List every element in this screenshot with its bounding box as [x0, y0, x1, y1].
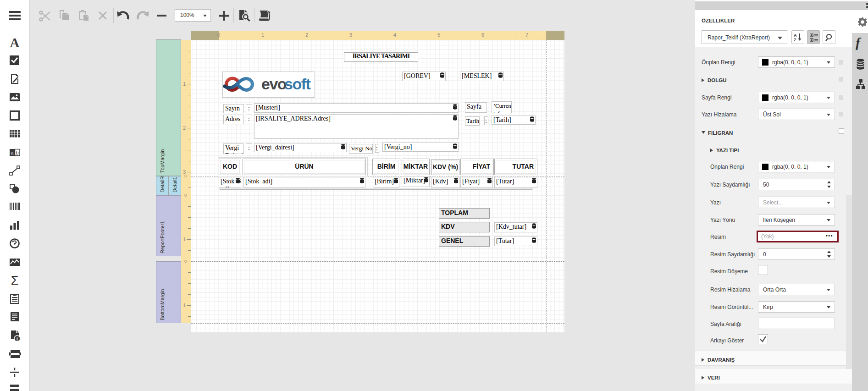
svg-text:Z: Z	[794, 38, 796, 42]
svg-text:soft: soft	[284, 75, 311, 93]
svg-text:evo: evo	[261, 75, 287, 93]
svg-text:a: a	[11, 150, 14, 155]
svg-text:A: A	[794, 33, 797, 38]
svg-text:b: b	[16, 150, 19, 155]
svg-text:i: i	[17, 336, 18, 341]
